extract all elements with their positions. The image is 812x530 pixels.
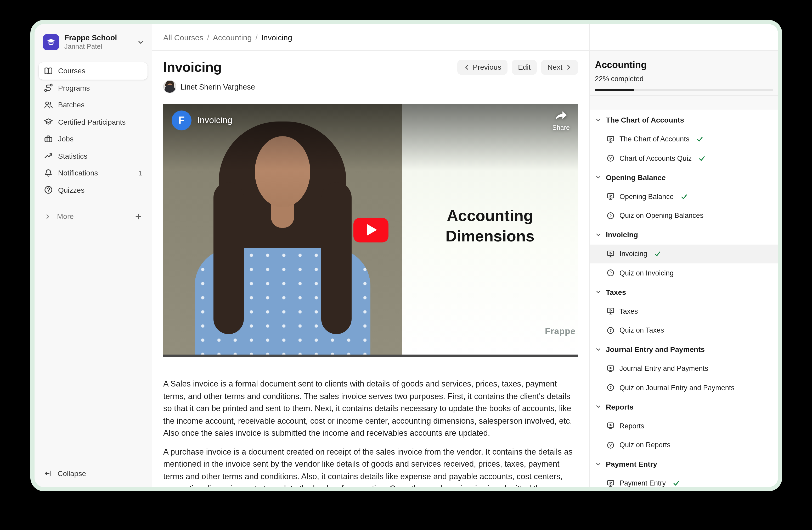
author-avatar [163, 80, 176, 93]
collapse-left-icon [44, 469, 52, 478]
course-progress-label: 22% completed [595, 74, 773, 84]
sidebar-item-label: Courses [58, 67, 85, 75]
outline-item-label: Quiz on Invoicing [620, 269, 673, 277]
outline-item-label: Quiz on Reports [620, 441, 670, 449]
outline-lesson-item[interactable]: Taxes [590, 302, 778, 321]
outline-quiz-item[interactable]: ? Quiz on Taxes [590, 321, 778, 340]
sidebar-item-certified-participants[interactable]: Certified Participants [39, 113, 147, 130]
edit-button[interactable]: Edit [512, 59, 537, 75]
svg-text:?: ? [609, 213, 612, 218]
chevron-down-icon [595, 117, 601, 123]
workspace-meta: Frappe School Jannat Patel [64, 33, 117, 51]
sidebar-more-toggle[interactable]: More [39, 208, 147, 225]
share-button[interactable]: Share [552, 110, 570, 131]
outline-subheader-strip [590, 96, 778, 110]
slide-text: Accounting Dimensions [422, 205, 558, 246]
outline-quiz-item[interactable]: ? Chart of Accounts Quiz [590, 149, 778, 168]
users-icon [44, 100, 53, 110]
svg-text:?: ? [609, 443, 612, 447]
lesson-screen-icon [606, 135, 615, 143]
check-icon [654, 251, 661, 257]
sidebar-item-quizzes[interactable]: Quizzes [39, 181, 147, 198]
sidebar-item-label: Programs [58, 84, 90, 92]
outline-quiz-item[interactable]: ? Quiz on Journal Entry and Payments [590, 378, 778, 397]
outline-quiz-item[interactable]: ? Quiz on Invoicing [590, 263, 778, 282]
sidebar-item-label: Batches [58, 101, 85, 109]
outline-lesson-item[interactable]: Opening Balance [590, 187, 778, 206]
workspace-name: Frappe School [64, 33, 117, 42]
svg-text:?: ? [609, 386, 612, 390]
check-icon [696, 136, 703, 143]
outline-quiz-item[interactable]: ? Quiz on Reports [590, 435, 778, 455]
briefcase-icon [44, 135, 53, 143]
outline-item-label: Taxes [620, 307, 638, 315]
chapter-title: Opening Balance [606, 173, 666, 182]
next-button[interactable]: Next [541, 59, 578, 75]
collapse-sidebar-button[interactable]: Collapse [39, 465, 147, 482]
breadcrumb-separator: / [255, 33, 257, 42]
lesson-screen-icon [606, 250, 615, 258]
chapter-invoicing[interactable]: Invoicing [590, 225, 778, 244]
lesson-screen-icon [606, 422, 615, 430]
chapter-journal-entry-payments[interactable]: Journal Entry and Payments [590, 340, 778, 359]
outline-quiz-item[interactable]: ? Quiz on Opening Balances [590, 206, 778, 225]
lesson-paragraph-2: A purchase invoice is a document created… [163, 445, 578, 487]
course-title: Accounting [595, 59, 773, 71]
sidebar-item-label: Statistics [58, 152, 87, 160]
breadcrumb-current: Invoicing [261, 33, 292, 42]
outline-lesson-item-active[interactable]: Invoicing [590, 244, 778, 263]
quiz-question-icon: ? [606, 269, 615, 277]
window-frame: Frappe School Jannat Patel Courses Progr… [30, 20, 782, 491]
breadcrumb-all-courses[interactable]: All Courses [163, 33, 203, 42]
add-course-button[interactable] [134, 213, 142, 221]
chapter-title: Invoicing [606, 231, 638, 239]
chapter-reports[interactable]: Reports [590, 397, 778, 416]
video-title[interactable]: Invoicing [197, 115, 232, 126]
lesson-screen-icon [606, 193, 615, 201]
sidebar-nav: Courses Programs Batches Certified Parti… [34, 62, 152, 198]
outline-item-label: The Chart of Accounts [620, 135, 689, 143]
sidebar-item-statistics[interactable]: Statistics [39, 148, 147, 165]
graduation-cap-logo-icon [46, 37, 56, 47]
outline-lesson-item[interactable]: Reports [590, 416, 778, 435]
chapter-chart-of-accounts[interactable]: The Chart of Accounts [590, 111, 778, 130]
video-player[interactable]: Accounting Dimensions F Invoicing Share … [163, 104, 578, 357]
outline-lesson-item[interactable]: The Chart of Accounts [590, 130, 778, 149]
workspace-user: Jannat Patel [64, 42, 117, 51]
quiz-question-icon: ? [606, 383, 615, 392]
sidebar-item-courses[interactable]: Courses [39, 62, 147, 79]
quiz-question-icon: ? [606, 212, 615, 220]
quiz-question-icon: ? [606, 441, 615, 449]
sidebar-item-notifications[interactable]: Notifications 1 [39, 165, 147, 181]
svg-text:?: ? [609, 271, 612, 275]
app-window: Frappe School Jannat Patel Courses Progr… [34, 24, 778, 487]
route-icon [44, 84, 53, 93]
outline-item-label: Chart of Accounts Quiz [620, 154, 692, 162]
collapse-label: Collapse [58, 469, 86, 478]
chapter-opening-balance[interactable]: Opening Balance [590, 168, 778, 187]
svg-text:?: ? [609, 156, 612, 161]
svg-text:?: ? [609, 328, 612, 333]
chapter-payment-entry[interactable]: Payment Entry [590, 455, 778, 474]
sidebar-item-label: Certified Participants [58, 118, 126, 126]
sidebar-item-jobs[interactable]: Jobs [39, 130, 147, 148]
lesson-title-row: Invoicing Previous Edit Next [163, 59, 578, 75]
chapter-taxes[interactable]: Taxes [590, 282, 778, 302]
graduation-cap-icon [44, 117, 53, 126]
outline-lesson-item[interactable]: Journal Entry and Payments [590, 359, 778, 378]
chevron-down-icon[interactable] [137, 39, 144, 46]
sidebar-item-programs[interactable]: Programs [39, 79, 147, 96]
youtube-play-button[interactable] [353, 218, 388, 242]
outline-item-label: Quiz on Journal Entry and Payments [620, 384, 735, 392]
chevron-down-icon [595, 232, 601, 238]
play-icon [367, 224, 377, 236]
chapter-title: Taxes [606, 288, 626, 296]
workspace-switcher[interactable]: Frappe School Jannat Patel [34, 24, 152, 51]
channel-avatar[interactable]: F [172, 111, 191, 130]
outline-item-label: Payment Entry [620, 479, 666, 487]
sidebar-item-batches[interactable]: Batches [39, 96, 147, 113]
outline-lesson-item[interactable]: Payment Entry [590, 474, 778, 487]
previous-button[interactable]: Previous [457, 59, 508, 75]
breadcrumb-accounting[interactable]: Accounting [213, 33, 252, 42]
outline-top-spacer [590, 24, 778, 51]
